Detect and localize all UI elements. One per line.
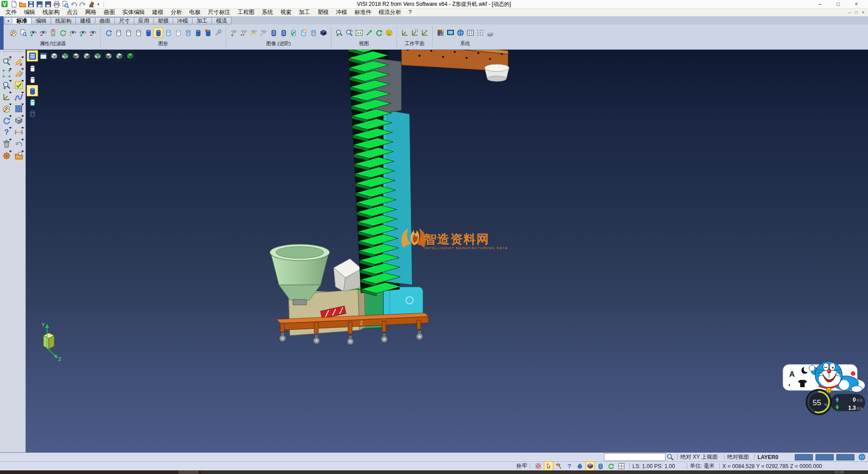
layer-move-icon[interactable] xyxy=(203,28,212,37)
dock-grip[interactable] xyxy=(3,51,23,55)
qat-options-icon[interactable]: ▼ xyxy=(95,3,102,6)
view-iso-white-icon[interactable] xyxy=(49,51,59,61)
layer-settings-icon[interactable] xyxy=(213,28,222,37)
mdi-restore-button[interactable]: □ xyxy=(855,10,858,15)
visibility-toggle-icon[interactable]: ± xyxy=(68,28,77,37)
solid-toggle-icon[interactable]: ± xyxy=(259,28,268,37)
solid-traffic-icon[interactable] xyxy=(239,28,248,37)
tab-dimension[interactable]: 尺寸 xyxy=(114,17,134,24)
workplane-create-icon[interactable] xyxy=(400,28,409,37)
active-layer-indicator[interactable]: LAYER0 xyxy=(757,454,778,460)
tab-standard[interactable]: 标准 xyxy=(12,17,32,24)
edit-spline-icon[interactable] xyxy=(13,68,24,79)
layer-empty-1-icon[interactable] xyxy=(114,28,123,37)
open-file-icon[interactable] xyxy=(19,0,26,8)
search-icon[interactable] xyxy=(665,453,675,462)
mdi-close-button[interactable]: × xyxy=(862,10,864,15)
tab-press[interactable]: 冲模 xyxy=(173,17,193,24)
hide-all-icon[interactable] xyxy=(88,28,97,37)
hide-entities-icon[interactable] xyxy=(38,28,47,37)
render-mode-icon[interactable] xyxy=(596,462,605,470)
solid-validate-icon[interactable] xyxy=(289,28,298,37)
solid-blue-2-icon[interactable] xyxy=(279,28,288,37)
layer-empty-3-icon[interactable] xyxy=(134,28,143,37)
print-preview-icon[interactable] xyxy=(61,0,69,8)
minimize-button[interactable]: – xyxy=(811,0,829,8)
redo-icon[interactable] xyxy=(79,0,86,8)
undo-icon[interactable] xyxy=(70,0,78,8)
open-part-icon[interactable] xyxy=(13,150,24,161)
layer-white-icon[interactable] xyxy=(174,28,183,37)
screen-capture-icon[interactable] xyxy=(446,28,455,37)
regen-icon[interactable] xyxy=(104,28,113,37)
ime-punct[interactable]: , xyxy=(788,379,790,387)
tab-wireframe[interactable]: 线架构 xyxy=(51,17,76,24)
grid-settings-icon[interactable] xyxy=(466,28,475,37)
menu-item-surface[interactable]: 曲面 xyxy=(100,9,119,16)
tab-flow[interactable]: 模流 xyxy=(212,17,231,24)
filter-traffic-icon[interactable] xyxy=(48,28,57,37)
view-front-icon[interactable] xyxy=(71,51,81,61)
maximize-button[interactable]: □ xyxy=(829,0,847,8)
mdi-minimize-button[interactable]: – xyxy=(849,10,851,15)
display-wire-shade-icon[interactable] xyxy=(27,108,38,118)
erase-sketch-icon[interactable] xyxy=(13,56,24,67)
journal-icon[interactable] xyxy=(534,462,542,470)
zoom-extend-icon[interactable] xyxy=(364,28,373,37)
regenerate-icon[interactable] xyxy=(1,115,12,126)
viewports-icon[interactable] xyxy=(13,103,24,114)
solid-refresh-icon[interactable] xyxy=(249,28,258,37)
solid-wire-icon[interactable] xyxy=(309,28,318,37)
view-search-icon[interactable] xyxy=(1,56,12,67)
layer-manager-icon[interactable] xyxy=(486,28,495,37)
lock-label[interactable]: 拴牢 xyxy=(516,462,527,470)
menu-item-analysis[interactable]: 分析 xyxy=(167,9,186,16)
filter-refresh-icon[interactable] xyxy=(58,28,67,37)
save-all-icon[interactable] xyxy=(44,0,52,8)
layer-blue-icon[interactable] xyxy=(144,28,153,37)
model-boom[interactable] xyxy=(401,50,509,81)
rotate-view-icon[interactable] xyxy=(374,28,383,37)
viewport-menu-icon[interactable] xyxy=(27,51,38,61)
menu-item-solid-edit[interactable]: 实体编辑 xyxy=(119,9,149,16)
world-settings-icon[interactable] xyxy=(456,28,465,37)
show-entities-icon[interactable] xyxy=(28,28,38,37)
view-iso-1-icon[interactable] xyxy=(92,51,103,61)
tab-dropdown-icon[interactable]: ▼ xyxy=(5,17,12,24)
menu-item-dimension[interactable]: 尺寸标注 xyxy=(204,9,234,16)
percent-gauge[interactable]: 55 % xyxy=(806,389,831,415)
layer-light-icon[interactable] xyxy=(164,28,173,37)
spin-mode-icon[interactable] xyxy=(607,462,615,470)
tab-mold[interactable]: 塑膜 xyxy=(153,17,173,24)
scale-indicator[interactable]: LS: 1.00 PS: 1.00 xyxy=(632,463,675,469)
entity-info-icon[interactable]: ? xyxy=(1,127,12,138)
macro-record-icon[interactable] xyxy=(87,0,95,8)
tab-modeling[interactable]: 建模 xyxy=(75,17,95,24)
zoom-window-icon[interactable] xyxy=(1,68,12,79)
menu-item-standard-parts[interactable]: 标准件 xyxy=(351,9,375,16)
layer-wire-icon[interactable] xyxy=(184,28,193,37)
layer-copy-icon[interactable] xyxy=(193,28,203,37)
menu-item-press[interactable]: 冲模 xyxy=(332,9,351,16)
menu-item-mesh[interactable]: 网格 xyxy=(82,9,100,16)
tab-edit[interactable]: 编辑 xyxy=(31,17,51,24)
spline-tools-icon[interactable] xyxy=(13,91,24,103)
view-top-icon[interactable] xyxy=(60,51,70,61)
window-layout-icon[interactable] xyxy=(617,462,626,470)
menu-item-mold[interactable]: 塑模 xyxy=(314,9,332,16)
view-mode-indicator[interactable]: 绝对 XY 上视图 xyxy=(680,453,717,461)
tab-cam[interactable]: 加工 xyxy=(192,17,212,24)
view-iso-2-icon[interactable] xyxy=(103,51,113,61)
display-hidden-line-icon[interactable] xyxy=(27,74,38,85)
layer-empty-2-icon[interactable] xyxy=(124,28,133,37)
globe-icon[interactable] xyxy=(857,453,866,462)
tab-surface[interactable]: 曲面 xyxy=(95,17,115,24)
print-icon[interactable] xyxy=(53,0,61,8)
color-table-icon[interactable] xyxy=(436,28,445,37)
absolute-view-indicator[interactable]: 绝对视图 xyxy=(727,453,749,461)
menu-item-modeling[interactable]: 建模 xyxy=(149,9,167,16)
show-all-icon[interactable] xyxy=(78,28,87,37)
zoom-1-1-icon[interactable]: 1:1 xyxy=(354,28,363,37)
menu-item-edit[interactable]: 编辑 xyxy=(20,9,39,16)
shaded-window-icon[interactable] xyxy=(38,51,48,61)
